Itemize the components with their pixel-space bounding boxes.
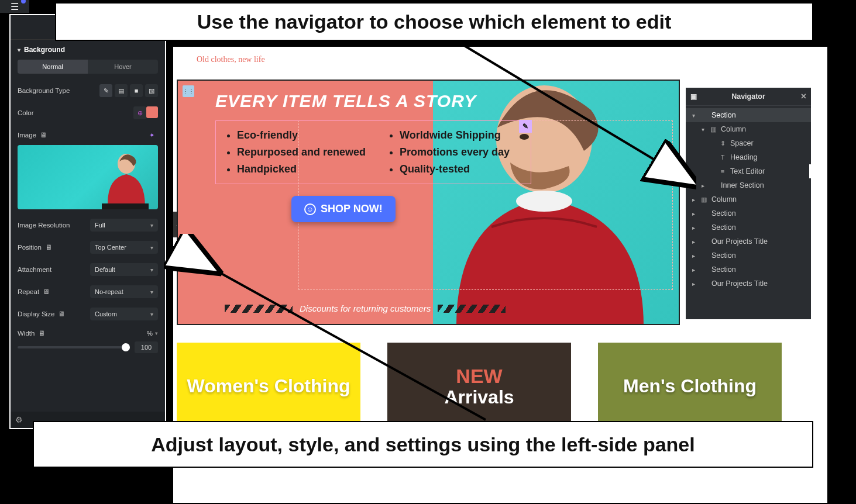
arrow-to-left-panel — [164, 234, 497, 427]
close-icon[interactable]: × — [801, 91, 806, 102]
nav-tree-item[interactable]: ▸Inner Section — [686, 178, 811, 192]
repeat-row: Repeat 🖥 No-repeat — [11, 281, 165, 303]
width-slider[interactable] — [18, 346, 130, 348]
image-resolution-select[interactable]: Full — [90, 219, 158, 232]
nav-tree-item[interactable]: ▸Section — [686, 206, 811, 220]
navigator-panel: ▣ Navigator × ▾Section▾▥Column⇕SpacerTHe… — [685, 87, 812, 320]
smile-icon: ☺ — [304, 203, 316, 215]
nav-tree-item[interactable]: ▸Our Projects Title — [686, 234, 811, 248]
width-row: Width 🖥 %▾ — [11, 325, 165, 338]
width-unit[interactable]: % — [147, 330, 153, 337]
global-color-icon[interactable]: ⊕ — [133, 106, 146, 119]
nav-tree-item[interactable]: ▸Section — [686, 263, 811, 277]
nav-item-label: Section — [711, 223, 736, 232]
annotation-bottom: Adjust layout, style, and settings using… — [33, 421, 813, 468]
nav-item-label: Our Projects Title — [711, 279, 768, 288]
caret-icon: ▸ — [690, 225, 696, 231]
nav-tree-item[interactable]: ▸Section — [686, 248, 811, 263]
svg-line-0 — [456, 41, 661, 164]
style-panel: ▦Lay Background Normal Hover Background … — [9, 14, 166, 429]
nav-item-label: Column — [721, 125, 746, 133]
nav-tree-item[interactable]: ≡Text Editor — [686, 164, 811, 178]
bgtype-gradient-icon[interactable]: ▤ — [115, 84, 128, 97]
desktop-icon: 🖥 — [38, 330, 45, 337]
width-label: Width 🖥 — [18, 330, 45, 337]
background-image-preview[interactable] — [18, 145, 158, 209]
nav-tree-item[interactable]: ▸▥Column — [686, 192, 811, 206]
image-row: Image 🖥 ✦ — [11, 124, 165, 143]
notification-dot — [21, 0, 26, 4]
bgtype-slideshow-icon[interactable]: ▧ — [145, 84, 158, 97]
caret-icon: ▸ — [690, 253, 696, 259]
nav-tree-item[interactable]: ⇕Spacer — [686, 136, 811, 150]
attachment-row: Attachment Default — [11, 258, 165, 281]
section-handle-icon[interactable]: ⋮⋮ — [183, 85, 194, 97]
desktop-icon: 🖥 — [45, 244, 52, 251]
attachment-select[interactable]: Default — [90, 263, 158, 276]
display-size-label: Display Size 🖥 — [18, 310, 65, 317]
nav-item-label: Text Editor — [730, 167, 765, 175]
editor-menu[interactable]: ☰ — [0, 0, 29, 13]
annotation-top: Use the navigator to choose which elemen… — [55, 2, 813, 41]
background-section-header[interactable]: Background — [11, 40, 165, 60]
navigator-header: ▣ Navigator × — [686, 88, 811, 106]
gear-icon[interactable]: ⚙ — [15, 415, 23, 424]
element-type-icon: T — [719, 154, 727, 161]
navigator-tree[interactable]: ▾Section▾▥Column⇕SpacerTHeading≡Text Edi… — [686, 106, 811, 319]
nav-tree-item[interactable]: ▾▥Column — [686, 122, 811, 136]
nav-item-label: Heading — [730, 153, 758, 161]
image-resolution-row: Image Resolution Full — [11, 214, 165, 236]
attachment-label: Attachment — [18, 266, 51, 273]
nav-item-label: Section — [711, 265, 736, 274]
repeat-select[interactable]: No-repeat — [90, 285, 158, 298]
arrow-to-navigator — [451, 35, 696, 199]
menu-icon[interactable]: ☰ — [11, 1, 19, 12]
bgtype-video-icon[interactable]: ■ — [130, 84, 143, 97]
color-label: Color — [18, 109, 33, 116]
desktop-icon: 🖥 — [40, 132, 47, 139]
svg-line-1 — [181, 251, 486, 420]
width-value[interactable]: 100 — [135, 341, 158, 353]
element-type-icon: ⇕ — [719, 140, 727, 147]
bullets-left: Eco-friendly Repurposed and renewed Hand… — [226, 129, 366, 175]
state-hover[interactable]: Hover — [88, 60, 158, 74]
shop-now-button[interactable]: ☺ SHOP NOW! — [291, 196, 396, 222]
navigator-title: Navigator — [731, 92, 765, 101]
dynamic-icon[interactable]: ✦ — [145, 129, 158, 141]
nav-item-label: Inner Section — [721, 181, 764, 189]
card-mens-clothing[interactable]: Men's Clothing — [598, 343, 782, 430]
chevron-down-icon: ▾ — [155, 330, 158, 336]
element-type-icon: ▥ — [700, 196, 708, 203]
caret-icon: ▸ — [690, 210, 696, 217]
nav-item-label: Column — [711, 195, 737, 203]
nav-tree-item[interactable]: THeading — [686, 150, 811, 164]
nav-item-label: Spacer — [730, 139, 754, 147]
site-tagline: Old clothes, new life — [197, 55, 265, 64]
background-type-row: Background Type ✎ ▤ ■ ▧ — [11, 80, 165, 102]
caret-icon: ▸ — [690, 267, 696, 273]
display-size-select[interactable]: Custom — [90, 308, 158, 320]
caret-icon: ▸ — [690, 281, 696, 287]
nav-item-label: Section — [711, 209, 736, 218]
nav-tree-item[interactable]: ▸Section — [686, 220, 811, 234]
nav-tree-item[interactable]: ▸Our Projects Title — [686, 277, 811, 291]
state-normal[interactable]: Normal — [18, 60, 88, 74]
background-type-label: Background Type — [18, 87, 70, 94]
color-swatch[interactable] — [146, 106, 158, 118]
position-select[interactable]: Top Center — [90, 241, 158, 254]
desktop-icon: 🖥 — [43, 288, 50, 295]
state-segmented: Normal Hover — [18, 60, 158, 74]
repeat-label: Repeat 🖥 — [18, 288, 50, 295]
image-resolution-label: Image Resolution — [18, 222, 70, 229]
list-item: Handpicked — [237, 163, 366, 175]
nav-item-label: Section — [711, 111, 736, 119]
caret-icon: ▸ — [690, 239, 696, 245]
list-item: Eco-friendly — [237, 129, 366, 141]
caret-icon: ▾ — [700, 126, 706, 133]
display-size-row: Display Size 🖥 Custom — [11, 303, 165, 325]
nav-tree-item[interactable]: ▾Section — [686, 108, 811, 122]
caret-icon: ▸ — [700, 182, 706, 189]
element-type-icon: ▥ — [709, 126, 717, 133]
bgtype-classic-icon[interactable]: ✎ — [99, 84, 112, 97]
nav-item-label: Our Projects Title — [711, 237, 768, 246]
